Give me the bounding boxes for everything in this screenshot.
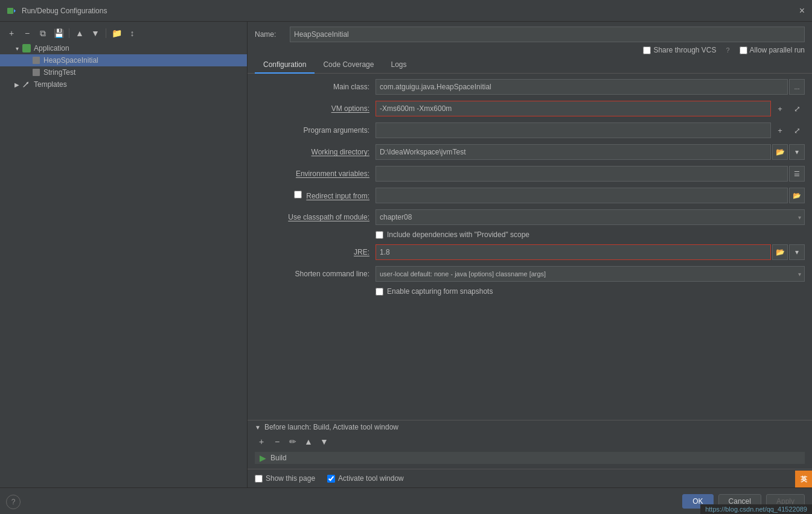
env-vars-input[interactable]: [376, 166, 788, 182]
include-deps-label[interactable]: Include dependencies with "Provided" sco…: [387, 230, 529, 239]
left-toolbar: + − ⧉ 💾 ▲ ▼ 📁 ↕: [0, 25, 247, 42]
vm-options-row: VM options: + ⤢: [255, 100, 805, 117]
working-dir-folder-button[interactable]: 📂: [772, 144, 788, 160]
move-up-button[interactable]: ▲: [73, 27, 86, 40]
redirect-input[interactable]: [376, 188, 788, 203]
close-button[interactable]: ×: [799, 6, 805, 16]
vcs-help-icon[interactable]: ?: [726, 46, 729, 54]
launch-remove-button[interactable]: −: [270, 435, 284, 448]
allow-parallel-label: Allow parallel run: [750, 46, 805, 54]
allow-parallel-checkbox-label[interactable]: Allow parallel run: [740, 46, 805, 54]
before-launch-toggle[interactable]: ▼: [255, 424, 261, 431]
launch-edit-button[interactable]: ✏: [286, 435, 299, 448]
working-dir-label: Working directory:: [255, 148, 376, 156]
classpath-row: Use classpath of module: chapter08 ▾: [255, 209, 805, 226]
vm-options-label: VM options:: [255, 104, 376, 113]
args-expand-button[interactable]: +: [772, 122, 788, 138]
jre-dropdown-button[interactable]: ▾: [789, 244, 805, 260]
activate-tool-checkbox[interactable]: [327, 475, 335, 483]
add-config-button[interactable]: +: [5, 27, 18, 40]
vm-expand-button[interactable]: +: [772, 101, 788, 116]
shorten-cmd-row: Shorten command line: user-local default…: [255, 265, 805, 282]
tab-logs[interactable]: Logs: [382, 57, 415, 74]
working-dir-row: Working directory: 📂 ▾: [255, 144, 805, 160]
build-launch-item[interactable]: ▶ Build: [255, 452, 805, 464]
save-config-button[interactable]: 💾: [52, 27, 65, 40]
shorten-cmd-select[interactable]: user-local default: none - java [options…: [376, 266, 805, 282]
name-row: Name:: [248, 22, 812, 45]
svg-marker-1: [14, 9, 16, 13]
main-class-input-group: ...: [376, 79, 805, 95]
working-dir-dropdown-button[interactable]: ▾: [789, 144, 805, 160]
tree-item-stringtest[interactable]: ▾ StringTest: [0, 66, 247, 78]
show-page-checkbox-label[interactable]: Show this page: [255, 474, 315, 483]
main-class-row: Main class: ...: [255, 78, 805, 95]
program-args-row: Program arguments: + ⤢: [255, 122, 805, 139]
share-vcs-label: Share through VCS: [653, 46, 716, 54]
env-vars-edit-button[interactable]: ☰: [789, 166, 805, 182]
show-page-checkbox[interactable]: [255, 475, 263, 483]
help-button[interactable]: ?: [6, 495, 21, 509]
launch-toolbar: + − ✏ ▲ ▼: [255, 435, 805, 448]
remove-config-button[interactable]: −: [21, 27, 34, 40]
url-bar: https://blog.csdn.net/qq_41522089: [700, 504, 812, 514]
program-args-input[interactable]: [376, 122, 771, 138]
name-input[interactable]: [290, 27, 805, 42]
vm-options-input[interactable]: [376, 101, 771, 116]
main-class-input[interactable]: [376, 79, 788, 95]
main-class-more-button[interactable]: ...: [789, 79, 805, 95]
build-icon: ▶: [258, 454, 267, 462]
before-launch-header: ▼ Before launch: Build, Activate tool wi…: [255, 423, 805, 431]
copy-config-button[interactable]: ⧉: [36, 27, 50, 40]
move-down-button[interactable]: ▼: [89, 27, 102, 40]
bottom-options-row: Show this page Activate tool window: [248, 469, 812, 487]
program-args-label: Program arguments:: [255, 126, 376, 135]
folder-button[interactable]: 📁: [110, 27, 123, 40]
enable-snapshots-checkbox[interactable]: [376, 288, 383, 296]
config-icon: [31, 56, 41, 65]
wrench-icon: [22, 80, 31, 89]
tree-item-templates[interactable]: ▶ Templates: [0, 78, 247, 90]
launch-add-button[interactable]: +: [255, 435, 268, 448]
toolbar-separator: [69, 28, 69, 38]
tree-item-heapspace[interactable]: ▾ HeapSpaceInitial: [0, 54, 247, 66]
sort-button[interactable]: ↕: [126, 27, 139, 40]
right-panel: Name: Share through VCS ? Allow parallel…: [248, 22, 812, 487]
share-vcs-checkbox-label[interactable]: Share through VCS: [643, 46, 716, 54]
redirect-checkbox[interactable]: [294, 191, 302, 198]
working-dir-input[interactable]: [376, 144, 771, 160]
args-fullscreen-button[interactable]: ⤢: [789, 122, 805, 138]
app-icon: [6, 5, 17, 16]
tree-item-application[interactable]: ▾ Application: [0, 42, 247, 54]
launch-down-button[interactable]: ▼: [318, 435, 331, 448]
jre-input[interactable]: [376, 244, 771, 260]
templates-label: Templates: [34, 80, 67, 89]
include-deps-row: Include dependencies with "Provided" sco…: [376, 230, 805, 239]
redirect-folder-button[interactable]: 📂: [789, 188, 805, 203]
application-icon: [22, 43, 31, 53]
arrow-down-icon: ▾: [12, 43, 22, 53]
classpath-dropdown: chapter08 ▾: [376, 209, 805, 225]
shorten-cmd-dropdown: user-local default: none - java [options…: [376, 266, 805, 282]
footer: ? OK Cancel Apply: [0, 487, 812, 514]
include-deps-checkbox[interactable]: [376, 231, 383, 239]
activate-tool-checkbox-label[interactable]: Activate tool window: [327, 474, 404, 483]
left-panel: + − ⧉ 💾 ▲ ▼ 📁 ↕ ▾ Application ▾ HeapSpac…: [0, 22, 248, 487]
allow-parallel-checkbox[interactable]: [740, 46, 747, 54]
tab-configuration[interactable]: Configuration: [255, 57, 315, 74]
redirect-input-label: Redirect input from:: [255, 191, 376, 200]
enable-snapshots-label[interactable]: Enable capturing form snapshots: [387, 287, 493, 296]
launch-up-button[interactable]: ▲: [302, 435, 315, 448]
share-vcs-checkbox[interactable]: [643, 46, 651, 54]
shorten-cmd-label: Shorten command line:: [255, 270, 376, 278]
config-icon2: [31, 68, 41, 77]
titlebar: Run/Debug Configurations ×: [0, 0, 812, 22]
tab-code-coverage[interactable]: Code Coverage: [315, 57, 382, 74]
vm-fullscreen-button[interactable]: ⤢: [789, 101, 805, 116]
svg-rect-0: [7, 8, 13, 14]
vm-options-input-group: + ⤢: [376, 101, 805, 116]
enable-snapshots-row: Enable capturing form snapshots: [376, 287, 805, 296]
language-badge[interactable]: 英: [795, 471, 812, 487]
classpath-select[interactable]: chapter08: [376, 209, 805, 225]
jre-folder-button[interactable]: 📂: [772, 244, 788, 260]
